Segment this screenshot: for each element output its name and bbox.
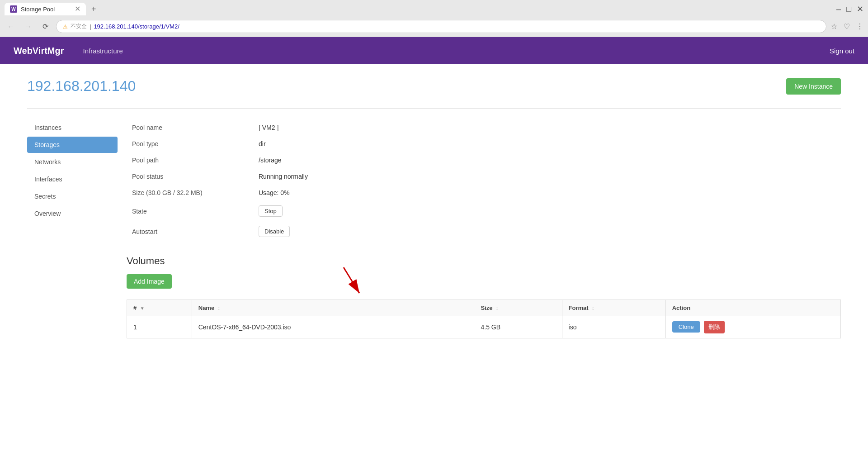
signout-button[interactable]: Sign out — [830, 47, 854, 55]
pool-autostart-row: Autostart Disable — [127, 221, 841, 242]
row-name: CentOS-7-x86_64-DVD-2003.iso — [192, 316, 474, 338]
profile-icon[interactable]: ♡ — [844, 22, 850, 31]
pool-size-row: Size (30.0 GB / 32.2 MB) Usage: 0% — [127, 185, 841, 201]
red-arrow-annotation — [335, 265, 371, 297]
pool-status-label: Pool status — [127, 168, 253, 185]
size-sort-icon: ↕ — [496, 306, 498, 311]
disable-button[interactable]: Disable — [259, 226, 290, 237]
pool-size-label: Size (30.0 GB / 32.2 MB) — [127, 185, 253, 201]
delete-button[interactable]: 删除 — [704, 321, 725, 333]
close-icon[interactable]: ✕ — [857, 4, 863, 14]
forward-button[interactable]: → — [22, 20, 34, 33]
col-name[interactable]: Name ↕ — [192, 300, 474, 316]
pool-path-value: /storage — [253, 152, 841, 168]
pool-autostart-label: Autostart — [127, 221, 253, 242]
address-bar[interactable]: ⚠ 不安全 | 192.168.201.140/storage/1/VM2/ — [56, 20, 826, 33]
detail-panel: Pool name [ VM2 ] Pool type dir Pool pat… — [118, 119, 841, 338]
clone-button[interactable]: Clone — [672, 321, 700, 333]
pool-name-value: [ VM2 ] — [253, 119, 841, 136]
window-controls: – □ ✕ — [836, 4, 863, 14]
pool-state-row: State Stop — [127, 201, 841, 221]
minimize-icon[interactable]: – — [836, 5, 841, 14]
table-row: 1 CentOS-7-x86_64-DVD-2003.iso 4.5 GB is… — [127, 316, 841, 338]
url-separator: | — [90, 23, 91, 30]
pool-path-label: Pool path — [127, 152, 253, 168]
row-action: Clone 删除 — [665, 316, 840, 338]
volume-table: # ▼ Name ↕ Size ↕ — [127, 300, 841, 338]
sidebar-item-secrets[interactable]: Secrets — [27, 188, 118, 204]
pool-path-row: Pool path /storage — [127, 152, 841, 168]
col-size[interactable]: Size ↕ — [474, 300, 562, 316]
star-icon[interactable]: ☆ — [831, 22, 837, 31]
lock-icon: ⚠ — [63, 24, 68, 30]
pool-size-value: Usage: 0% — [253, 185, 841, 201]
sidebar-item-storages[interactable]: Storages — [27, 137, 118, 153]
col-format[interactable]: Format ↕ — [562, 300, 665, 316]
pool-type-label: Pool type — [127, 136, 253, 152]
sidebar-item-networks[interactable]: Networks — [27, 154, 118, 170]
reload-button[interactable]: ⟳ — [39, 20, 52, 33]
back-button[interactable]: ← — [5, 20, 17, 33]
navbar: WebVirtMgr Infrastructure Sign out — [0, 37, 868, 64]
page-title: 192.168.201.140 — [27, 78, 136, 95]
stop-button[interactable]: Stop — [259, 205, 283, 217]
add-image-button[interactable]: Add Image — [127, 274, 172, 289]
pool-state-cell: Stop — [253, 201, 841, 221]
sidebar: Instances Storages Networks Interfaces S… — [27, 119, 118, 338]
row-num: 1 — [127, 316, 192, 338]
pool-name-row: Pool name [ VM2 ] — [127, 119, 841, 136]
new-instance-button[interactable]: New Instance — [786, 78, 841, 95]
menu-icon[interactable]: ⋮ — [856, 22, 863, 31]
sidebar-item-overview[interactable]: Overview — [27, 205, 118, 222]
format-sort-icon: ↕ — [592, 306, 594, 311]
pool-state-label: State — [127, 201, 253, 221]
restore-icon[interactable]: □ — [846, 5, 851, 14]
col-num[interactable]: # ▼ — [127, 300, 192, 316]
pool-type-value: dir — [253, 136, 841, 152]
tab-favicon: W — [10, 5, 17, 13]
volume-table-header: # ▼ Name ↕ Size ↕ — [127, 300, 841, 316]
content-layout: Instances Storages Networks Interfaces S… — [27, 119, 841, 338]
header-divider — [27, 108, 841, 109]
name-sort-icon: ↕ — [218, 306, 220, 311]
pool-type-row: Pool type dir — [127, 136, 841, 152]
browser-action-icons: ☆ ♡ ⋮ — [831, 22, 863, 31]
pool-autostart-cell: Disable — [253, 221, 841, 242]
url-text: 192.168.201.140/storage/1/VM2/ — [94, 23, 179, 30]
main-content: 192.168.201.140 New Instance Instances S… — [0, 64, 868, 466]
infrastructure-link[interactable]: Infrastructure — [78, 43, 128, 58]
col-action: Action — [665, 300, 840, 316]
num-sort-icon: ▼ — [140, 306, 145, 311]
page-header: 192.168.201.140 New Instance — [27, 78, 841, 95]
new-tab-button[interactable]: + — [91, 5, 96, 14]
brand-logo: WebVirtMgr — [14, 46, 64, 56]
svg-line-1 — [344, 267, 359, 293]
pool-status-row: Pool status Running normally — [127, 168, 841, 185]
insecure-label: 不安全 — [71, 23, 87, 30]
browser-tab[interactable]: W Storage Pool ✕ — [5, 3, 86, 15]
browser-chrome: W Storage Pool ✕ + – □ ✕ ← → ⟳ ⚠ 不安全 | 1… — [0, 0, 868, 37]
row-size: 4.5 GB — [474, 316, 562, 338]
row-format: iso — [562, 316, 665, 338]
tab-title: Storage Pool — [21, 6, 71, 13]
sidebar-item-instances[interactable]: Instances — [27, 119, 118, 136]
pool-name-label: Pool name — [127, 119, 253, 136]
tab-close-icon[interactable]: ✕ — [75, 5, 80, 13]
pool-info-table: Pool name [ VM2 ] Pool type dir Pool pat… — [127, 119, 841, 242]
volumes-title: Volumes — [127, 255, 841, 267]
sidebar-item-interfaces[interactable]: Interfaces — [27, 171, 118, 187]
pool-status-value: Running normally — [253, 168, 841, 185]
volumes-section: Volumes Add Image — [127, 255, 841, 338]
